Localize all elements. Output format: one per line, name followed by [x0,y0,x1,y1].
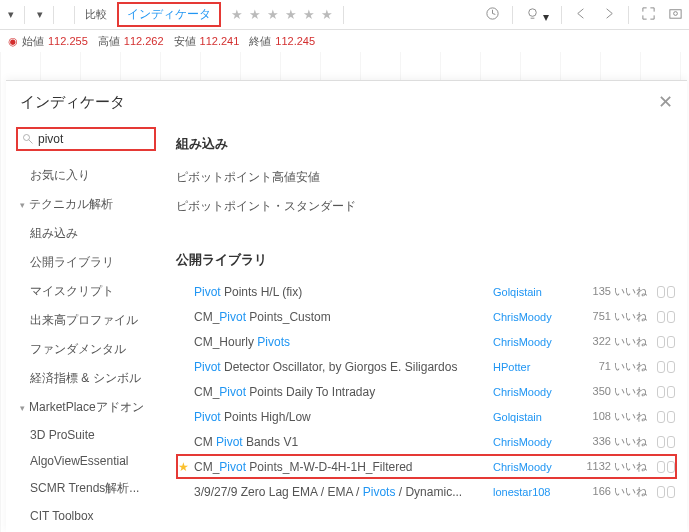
result-actions[interactable] [647,361,675,373]
result-row[interactable]: Pivot Detector Oscillator, by Giorgos E.… [176,354,677,379]
result-actions[interactable] [647,461,675,473]
sidebar-fundamental[interactable]: ファンダメンタル [16,335,156,364]
search-icon [22,133,34,145]
result-row[interactable]: CM_Pivot Points Daily To IntradayChrisMo… [176,379,677,404]
bulb-icon[interactable]: ▾ [525,6,549,24]
svg-line-8 [492,13,495,14]
result-author[interactable]: Golqistain [493,411,583,423]
result-author[interactable]: lonestar108 [493,486,583,498]
sidebar-builtin[interactable]: 組み込み [16,219,156,248]
result-likes: 336 いいね [583,434,647,449]
result-name: Pivot Points High/Low [194,410,493,424]
indicator-button[interactable]: インディケータ [117,2,221,27]
result-author[interactable]: ChrisMoody [493,436,583,448]
dialog-title: インディケータ [20,93,125,112]
result-name: CM_Pivot Points_M-W-D-4H-1H_Filtered [194,460,493,474]
result-actions[interactable] [647,311,675,323]
main-toolbar: ▾ ▾ 比較 インディケータ ★★★★★★ ▾ [0,0,689,30]
result-likes: 135 いいね [583,284,647,299]
sidebar-mp3[interactable]: SCMR Trends解析... [16,474,156,503]
result-likes: 1132 いいね [583,459,647,474]
builtin-section-title: 組み込み [176,135,677,153]
compare-button[interactable]: 比較 [85,7,107,22]
svg-point-13 [24,135,30,141]
builtin-item[interactable]: ピボットポイント・スタンダード [176,192,677,221]
camera-icon[interactable] [668,6,683,24]
result-likes: 751 いいね [583,309,647,324]
result-actions[interactable] [647,436,675,448]
builtin-item[interactable]: ピボットポイント高値安値 [176,163,677,192]
favorite-stars[interactable]: ★★★★★★ [231,7,333,22]
result-row[interactable]: CM Pivot Bands V1ChrisMoody336 いいね [176,429,677,454]
public-section-title: 公開ライブラリ [176,251,677,269]
result-likes: 108 いいね [583,409,647,424]
search-input-wrap[interactable]: ✕ [16,127,156,151]
result-author[interactable]: ChrisMoody [493,311,583,323]
result-author[interactable]: ChrisMoody [493,336,583,348]
favorite-star-icon[interactable]: ★ [178,460,194,474]
sidebar-volume[interactable]: 出来高プロファイル [16,306,156,335]
svg-point-9 [528,8,536,16]
result-name: Pivot Points H/L (fix) [194,285,493,299]
result-row[interactable]: ★CM_Pivot Points_M-W-D-4H-1H_FilteredChr… [176,454,677,479]
sidebar-mp2[interactable]: AlgoViewEssential [16,448,156,474]
rss-icon: ◉ [8,35,18,48]
svg-rect-11 [670,9,681,17]
indicator-dialog: インディケータ ✕ ✕ お気に入り テクニカル解析 組み込み 公開ライブラリ マ… [6,80,687,532]
sidebar-public[interactable]: 公開ライブラリ [16,248,156,277]
sidebar-mp4[interactable]: CIT Toolbox [16,503,156,529]
result-likes: 350 いいね [583,384,647,399]
fullscreen-icon[interactable] [641,6,656,24]
search-input[interactable] [36,131,150,147]
interval-icon[interactable]: ▾ [6,8,14,21]
result-author[interactable]: HPotter [493,361,583,373]
result-row[interactable]: Pivot Points H/L (fix)Golqistain135 いいね [176,279,677,304]
result-likes: 322 いいね [583,334,647,349]
candle-icon[interactable]: ▾ [35,8,43,21]
result-actions[interactable] [647,386,675,398]
dialog-sidebar: ✕ お気に入り テクニカル解析 組み込み 公開ライブラリ マイスクリプト 出来高… [6,121,166,532]
svg-line-14 [29,140,33,144]
result-author[interactable]: Golqistain [493,286,583,298]
sidebar-group-tech[interactable]: テクニカル解析 [16,190,156,219]
result-likes: 166 いいね [583,484,647,499]
result-name: CM_Pivot Points Daily To Intraday [194,385,493,399]
sidebar-group-market[interactable]: MarketPlaceアドオン [16,393,156,422]
result-name: Pivot Detector Oscillator, by Giorgos E.… [194,360,493,374]
sidebar-favorites[interactable]: お気に入り [16,161,156,190]
sidebar-mp1[interactable]: 3D ProSuite [16,422,156,448]
result-name: CM_Pivot Points_Custom [194,310,493,324]
result-actions[interactable] [647,336,675,348]
result-row[interactable]: CM_Hourly PivotsChrisMoody322 いいね [176,329,677,354]
result-author[interactable]: ChrisMoody [493,386,583,398]
result-row[interactable]: 3/9/27/9 Zero Lag EMA / EMA / Pivots / D… [176,479,677,504]
redo-icon[interactable] [601,6,616,24]
result-author[interactable]: ChrisMoody [493,461,583,473]
result-name: CM_Hourly Pivots [194,335,493,349]
result-actions[interactable] [647,411,675,423]
sidebar-myscripts[interactable]: マイスクリプト [16,277,156,306]
result-name: 3/9/27/9 Zero Lag EMA / EMA / Pivots / D… [194,485,493,499]
result-actions[interactable] [647,486,675,498]
result-row[interactable]: CM_Pivot Points_CustomChrisMoody751 いいね [176,304,677,329]
result-row[interactable]: Pivot Points High/LowGolqistain108 いいね [176,404,677,429]
undo-icon[interactable] [574,6,589,24]
dialog-main: 組み込み ピボットポイント高値安値ピボットポイント・スタンダード 公開ライブラリ… [166,121,687,532]
result-likes: 71 いいね [583,359,647,374]
result-actions[interactable] [647,286,675,298]
result-name: CM Pivot Bands V1 [194,435,493,449]
sidebar-econ[interactable]: 経済指標 & シンボル [16,364,156,393]
close-icon[interactable]: ✕ [658,91,673,113]
ohlc-bar: ◉ 始値112.255 高値112.262 安値112.241 終値112.24… [0,30,689,52]
alert-icon[interactable] [485,6,500,24]
svg-point-12 [674,11,678,15]
